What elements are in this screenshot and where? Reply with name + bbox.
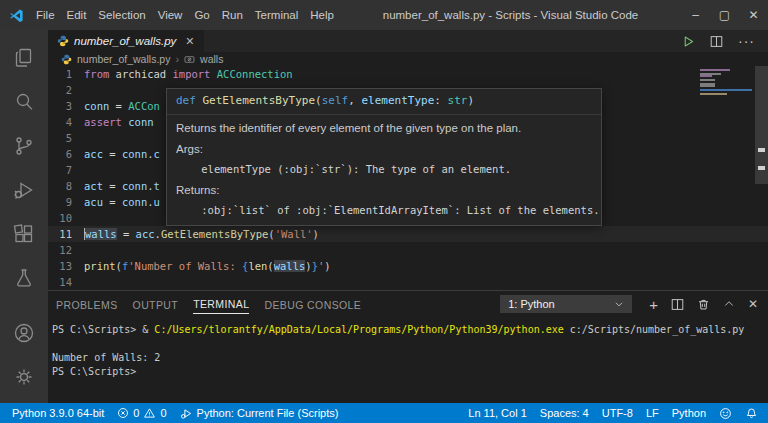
close-panel-icon[interactable]: ✕ bbox=[748, 297, 758, 311]
panel-tab-output[interactable]: OUTPUT bbox=[133, 295, 179, 314]
code-token: conn bbox=[122, 148, 147, 160]
code-token: conn bbox=[122, 180, 147, 192]
terminal-output[interactable]: PS C:\Scripts> & C:/Users/tlorantfy/AppD… bbox=[48, 317, 768, 403]
breadcrumb-symbol[interactable]: walls bbox=[200, 53, 223, 65]
code-text bbox=[72, 130, 84, 146]
code-token: = bbox=[103, 180, 122, 192]
code-line-11[interactable]: 11walls = acc.GetElementsByType('Wall') bbox=[48, 226, 768, 242]
maximize-panel-chevron-icon[interactable] bbox=[723, 298, 735, 310]
line-number: 13 bbox=[48, 258, 72, 274]
python-interpreter-status[interactable]: Python 3.9.0 64-bit bbox=[12, 407, 104, 419]
code-token: self bbox=[322, 94, 349, 107]
menu-selection[interactable]: Selection bbox=[92, 9, 151, 21]
code-token: = bbox=[103, 148, 122, 160]
menu-view[interactable]: View bbox=[152, 9, 189, 21]
panel-tab-problems[interactable]: PROBLEMS bbox=[56, 295, 118, 314]
editor-scrollbar[interactable] bbox=[755, 66, 768, 184]
code-line-1[interactable]: 1from archicad import ACConnection bbox=[48, 66, 768, 82]
menu-terminal[interactable]: Terminal bbox=[249, 9, 304, 21]
minimap[interactable] bbox=[700, 69, 752, 97]
terminal-text: PS C:\Scripts> & bbox=[52, 324, 154, 335]
settings-gear-icon[interactable] bbox=[0, 355, 48, 399]
python-file-icon bbox=[61, 54, 72, 65]
line-number: 3 bbox=[48, 98, 72, 114]
menu-go[interactable]: Go bbox=[188, 9, 215, 21]
code-token: : bbox=[434, 94, 447, 107]
hover-docs: Returns the identifier of every element … bbox=[167, 115, 601, 225]
panel-tab-debug-console[interactable]: DEBUG CONSOLE bbox=[264, 295, 361, 314]
window-title: number_of_walls.py - Scripts - Visual St… bbox=[340, 9, 681, 21]
problems-status[interactable]: 0 0 bbox=[117, 407, 166, 419]
python-file-icon bbox=[57, 35, 69, 47]
debug-run-icon bbox=[180, 407, 193, 420]
menu-help[interactable]: Help bbox=[304, 9, 340, 21]
tab-number-of-walls[interactable]: number_of_walls.py ✕ bbox=[48, 30, 204, 52]
tab-close-icon[interactable]: ✕ bbox=[185, 35, 194, 48]
breadcrumb[interactable]: number_of_walls.py › walls bbox=[48, 52, 768, 66]
panel-tab-terminal[interactable]: TERMINAL bbox=[193, 294, 249, 314]
more-actions-icon[interactable]: ··· bbox=[738, 33, 755, 49]
code-text bbox=[72, 162, 84, 178]
code-text: acu = conn.u bbox=[72, 194, 160, 210]
maximize-button[interactable]: ▢ bbox=[710, 0, 739, 30]
status-bar: Python 3.9.0 64-bit 0 0 Python: Current … bbox=[0, 403, 768, 423]
feedback-smiley-icon[interactable] bbox=[719, 407, 732, 420]
hover-returns-detail: :obj:`list` of :obj:`ElementIdArrayItem`… bbox=[176, 204, 592, 217]
line-number: 8 bbox=[48, 178, 72, 194]
breadcrumb-separator: › bbox=[175, 53, 179, 65]
line-number: 1 bbox=[48, 66, 72, 82]
code-token: act bbox=[84, 180, 103, 192]
account-icon[interactable] bbox=[0, 311, 48, 355]
menu-file[interactable]: File bbox=[30, 9, 61, 21]
close-button[interactable]: ✕ bbox=[739, 0, 768, 30]
code-token: ACCon bbox=[128, 100, 160, 112]
code-line-14[interactable]: 14 bbox=[48, 274, 768, 290]
terminal-picker-dropdown[interactable]: 1: Python bbox=[500, 295, 632, 313]
code-token: print bbox=[84, 260, 116, 272]
line-number: 2 bbox=[48, 82, 72, 98]
eol-status[interactable]: LF bbox=[646, 407, 659, 419]
notifications-bell-icon[interactable] bbox=[745, 407, 758, 420]
code-token: walls bbox=[85, 228, 117, 240]
menu-edit[interactable]: Edit bbox=[61, 9, 93, 21]
breadcrumb-file[interactable]: number_of_walls.py bbox=[77, 53, 170, 65]
error-count: 0 bbox=[133, 407, 139, 419]
code-token: = bbox=[117, 228, 136, 240]
vscode-window: FileEditSelectionViewGoRunTerminalHelp n… bbox=[0, 0, 768, 423]
testing-icon[interactable] bbox=[0, 256, 48, 300]
terminal-line: PS C:\Scripts> & C:/Users/tlorantfy/AppD… bbox=[52, 323, 760, 337]
code-token: elementType bbox=[361, 94, 434, 107]
source-control-icon[interactable] bbox=[0, 124, 48, 168]
code-token: , bbox=[348, 94, 361, 107]
split-terminal-icon[interactable] bbox=[671, 298, 684, 311]
code-token: ) bbox=[467, 94, 474, 107]
indentation-status[interactable]: Spaces: 4 bbox=[540, 407, 589, 419]
kill-terminal-trash-icon[interactable] bbox=[697, 298, 710, 311]
code-token: conn bbox=[84, 100, 109, 112]
run-python-file-button[interactable] bbox=[682, 35, 695, 48]
minimize-button[interactable]: – bbox=[681, 0, 710, 30]
search-icon[interactable] bbox=[0, 80, 48, 124]
line-number: 4 bbox=[48, 114, 72, 130]
code-line-13[interactable]: 13print(f'Number of Walls: {len(walls)}'… bbox=[48, 258, 768, 274]
encoding-status[interactable]: UTF-8 bbox=[602, 407, 633, 419]
chevron-down-icon bbox=[614, 299, 624, 309]
code-token: ACConnection bbox=[210, 68, 292, 80]
cursor-position-status[interactable]: Ln 11, Col 1 bbox=[468, 407, 527, 419]
panel-tabs: PROBLEMSOUTPUTTERMINALDEBUG CONSOLE bbox=[56, 294, 376, 314]
extensions-icon[interactable] bbox=[0, 212, 48, 256]
explorer-icon[interactable] bbox=[0, 36, 48, 80]
code-token: assert bbox=[84, 116, 122, 128]
code-line-12[interactable]: 12 bbox=[48, 242, 768, 258]
new-terminal-icon[interactable]: + bbox=[649, 297, 658, 312]
terminal-text: c:/Scripts/number_of_walls.py bbox=[564, 324, 745, 335]
run-and-debug-icon[interactable] bbox=[0, 168, 48, 212]
run-config-status[interactable]: Python: Current File (Scripts) bbox=[180, 407, 339, 420]
code-text bbox=[72, 210, 84, 226]
code-editor[interactable]: 1from archicad import ACConnection23conn… bbox=[48, 66, 768, 290]
language-mode-status[interactable]: Python bbox=[672, 407, 706, 419]
split-editor-icon[interactable] bbox=[710, 35, 723, 48]
menu-run[interactable]: Run bbox=[216, 9, 249, 21]
title-bar: FileEditSelectionViewGoRunTerminalHelp n… bbox=[0, 0, 768, 30]
code-token: GetElementsByType bbox=[161, 228, 268, 240]
